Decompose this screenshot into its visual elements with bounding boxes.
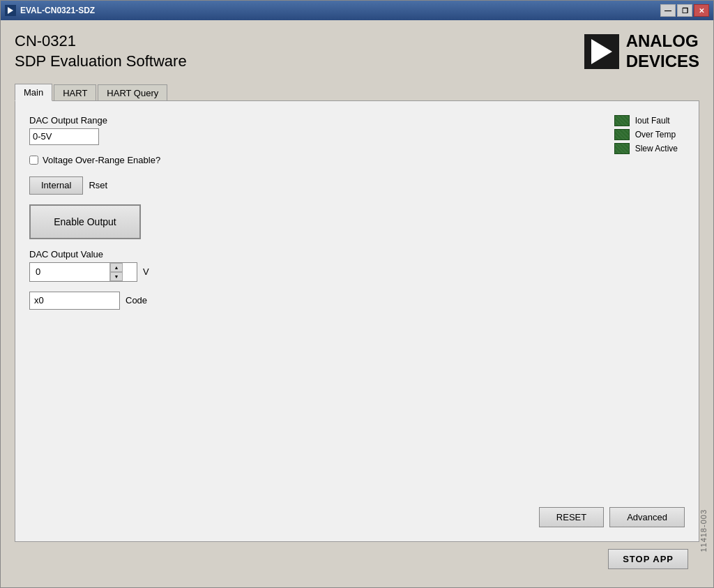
title-line1: CN-0321 SDP Evaluation Software — [15, 31, 187, 71]
enable-output-group: Enable Output — [29, 204, 685, 239]
spin-buttons: ▲ ▼ — [109, 263, 123, 281]
title-bar-text: EVAL-CN0321-SDZ — [20, 6, 95, 15]
svg-marker-1 — [591, 39, 612, 64]
header-section: CN-0321 SDP Evaluation Software ANALOG D… — [15, 31, 699, 72]
tab-hart-query[interactable]: HART Query — [98, 84, 167, 101]
iout-fault-led — [614, 115, 630, 126]
slew-active-led — [614, 143, 630, 154]
voltage-over-range-row: Voltage Over-Range Enable? — [29, 155, 685, 165]
code-input[interactable] — [29, 292, 120, 310]
rset-row: Internal Rset — [29, 176, 685, 195]
content-area: CN-0321 SDP Evaluation Software ANALOG D… — [1, 20, 713, 587]
over-temp-label: Over Temp — [635, 130, 676, 140]
dac-output-range-select-row: 0-5V 0-10V 4-20mA 0-20mA — [29, 128, 685, 145]
dac-output-range-label: DAC Output Range — [29, 115, 685, 126]
logo-area: ANALOG DEVICES — [584, 31, 699, 72]
iout-fault-label: Iout Fault — [635, 116, 670, 126]
slew-active-label: Slew Active — [635, 144, 678, 153]
dac-output-unit: V — [143, 266, 149, 277]
panel-body: DAC Output Range 0-5V 0-10V 4-20mA 0-20m… — [29, 115, 685, 527]
dac-output-range-group: DAC Output Range 0-5V 0-10V 4-20mA 0-20m… — [29, 115, 685, 145]
tab-hart[interactable]: HART — [54, 84, 96, 101]
code-label: Code — [126, 295, 147, 306]
restore-button[interactable]: ❐ — [677, 4, 692, 17]
advanced-button[interactable]: Advanced — [609, 507, 685, 527]
close-button[interactable]: ✕ — [694, 4, 709, 17]
stop-app-area: STOP APP — [15, 542, 699, 576]
logo-icon — [584, 34, 619, 69]
code-row: Code — [29, 292, 685, 310]
voltage-over-range-label: Voltage Over-Range Enable? — [43, 155, 160, 165]
indicators: Iout Fault Over Temp Slew Active — [614, 115, 678, 154]
dac-output-value-row: ▲ ▼ V — [29, 262, 685, 282]
rset-button[interactable]: Internal — [29, 176, 83, 195]
dac-output-value-label: DAC Output Value — [29, 249, 685, 259]
minimize-button[interactable]: — — [660, 4, 676, 17]
title-bar-left: EVAL-CN0321-SDZ — [5, 5, 95, 16]
indicator-slew-active: Slew Active — [614, 143, 678, 154]
rset-label: Rset — [89, 180, 107, 190]
dac-output-spinbox: ▲ ▼ — [29, 262, 137, 282]
enable-output-button[interactable]: Enable Output — [29, 204, 141, 239]
svg-marker-0 — [8, 7, 13, 14]
over-temp-led — [614, 129, 630, 140]
dac-output-input[interactable] — [33, 266, 109, 277]
main-window: EVAL-CN0321-SDZ — ❐ ✕ CN-0321 SDP Evalua… — [0, 0, 714, 588]
app-icon — [5, 5, 16, 16]
bottom-buttons: RESET Advanced — [29, 493, 685, 527]
tab-main[interactable]: Main — [15, 84, 52, 101]
dac-output-range-select[interactable]: 0-5V 0-10V 4-20mA 0-20mA — [29, 128, 99, 145]
title-bar-controls: — ❐ ✕ — [660, 4, 709, 17]
app-title: CN-0321 SDP Evaluation Software — [15, 31, 187, 71]
spin-down-button[interactable]: ▼ — [110, 272, 123, 281]
spin-up-button[interactable]: ▲ — [110, 263, 123, 272]
indicator-iout-fault: Iout Fault — [614, 115, 678, 126]
watermark: 11418-003 — [699, 509, 708, 552]
tabs-area: Main HART HART Query — [15, 83, 699, 100]
main-panel: Iout Fault Over Temp Slew Active DAC Out… — [15, 100, 699, 542]
indicator-over-temp: Over Temp — [614, 129, 678, 140]
logo-text: ANALOG DEVICES — [626, 31, 699, 72]
reset-button[interactable]: RESET — [539, 507, 604, 527]
stop-app-button[interactable]: STOP APP — [608, 549, 688, 569]
title-bar: EVAL-CN0321-SDZ — ❐ ✕ — [1, 1, 713, 20]
voltage-over-range-checkbox[interactable] — [29, 156, 38, 165]
dac-output-value-group: DAC Output Value ▲ ▼ V — [29, 249, 685, 282]
